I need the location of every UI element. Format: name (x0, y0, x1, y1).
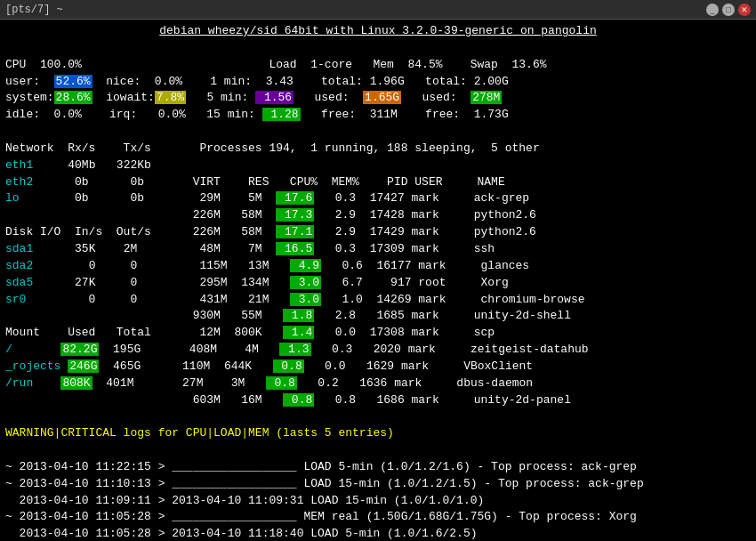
terminal-content: debian wheezy/sid 64bit with Linux 3.2.0… (5, 23, 751, 541)
title-line: debian wheezy/sid 64bit with Linux 3.2.0… (5, 23, 751, 40)
cpu-section: CPU 100.0% Load 1-core Mem 84.5% Swap 13… (5, 58, 547, 122)
title-bar: [pts/7] ~ _ □ ✕ (0, 0, 756, 20)
maximize-button[interactable]: □ (722, 4, 735, 16)
terminal: debian wheezy/sid 64bit with Linux 3.2.0… (0, 20, 756, 541)
close-button[interactable]: ✕ (738, 4, 751, 16)
minimize-button[interactable]: _ (706, 4, 719, 16)
log-lines: ~ 2013-04-10 11:22:15 > ________________… (5, 459, 751, 541)
title-bar-buttons: _ □ ✕ (706, 4, 751, 16)
warning-section: WARNING|CRITICAL logs for CPU|LOAD|MEM (… (5, 425, 751, 442)
network-disk-section: Network Rx/s Tx/s Processes 194, 1 runni… (5, 141, 589, 407)
title-bar-text: [pts/7] ~ (5, 4, 63, 16)
